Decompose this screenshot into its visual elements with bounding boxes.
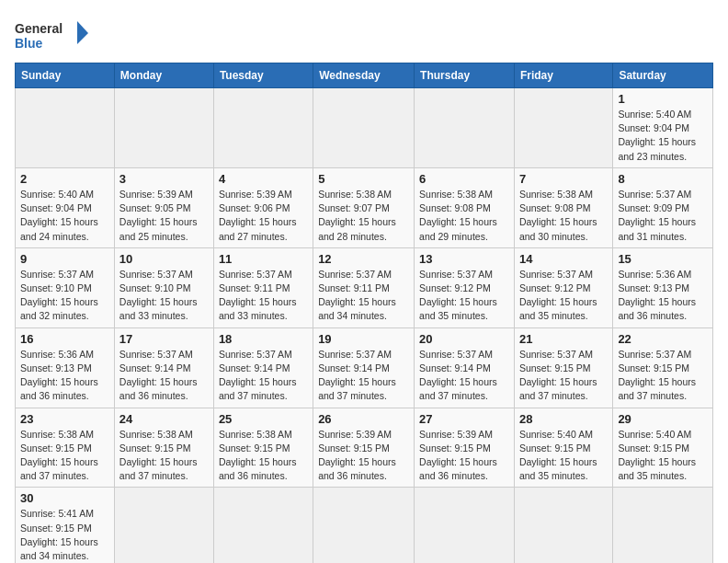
week-row-2: 2Sunrise: 5:40 AM Sunset: 9:04 PM Daylig…: [16, 167, 713, 247]
calendar-cell: 20Sunrise: 5:37 AM Sunset: 9:14 PM Dayli…: [415, 327, 515, 408]
day-number: 10: [119, 252, 209, 266]
day-number: 5: [318, 172, 409, 186]
calendar-cell: 6Sunrise: 5:38 AM Sunset: 9:08 PM Daylig…: [415, 167, 515, 247]
calendar-cell: [213, 88, 313, 168]
day-number: 26: [318, 412, 409, 426]
day-info: Sunrise: 5:37 AM Sunset: 9:10 PM Dayligh…: [119, 268, 209, 324]
day-number: 20: [419, 332, 509, 346]
calendar-cell: [613, 488, 713, 563]
day-number: 3: [119, 172, 209, 186]
week-row-1: 1Sunrise: 5:40 AM Sunset: 9:04 PM Daylig…: [16, 88, 713, 168]
day-info: Sunrise: 5:36 AM Sunset: 9:13 PM Dayligh…: [618, 268, 708, 324]
calendar-cell: 11Sunrise: 5:37 AM Sunset: 9:11 PM Dayli…: [213, 247, 313, 327]
calendar-cell: [514, 88, 612, 168]
day-info: Sunrise: 5:37 AM Sunset: 9:10 PM Dayligh…: [20, 268, 109, 324]
day-number: 21: [519, 332, 608, 346]
day-info: Sunrise: 5:38 AM Sunset: 9:08 PM Dayligh…: [419, 188, 509, 244]
calendar-cell: 1Sunrise: 5:40 AM Sunset: 9:04 PM Daylig…: [613, 88, 713, 168]
day-number: 17: [119, 332, 209, 346]
calendar-cell: 21Sunrise: 5:37 AM Sunset: 9:15 PM Dayli…: [514, 327, 612, 408]
day-number: 24: [119, 412, 209, 426]
day-info: Sunrise: 5:38 AM Sunset: 9:08 PM Dayligh…: [519, 188, 608, 244]
day-info: Sunrise: 5:37 AM Sunset: 9:12 PM Dayligh…: [419, 268, 509, 324]
week-row-6: 30Sunrise: 5:41 AM Sunset: 9:15 PM Dayli…: [16, 488, 713, 563]
calendar-cell: 7Sunrise: 5:38 AM Sunset: 9:08 PM Daylig…: [514, 167, 612, 247]
calendar-cell: 24Sunrise: 5:38 AM Sunset: 9:15 PM Dayli…: [114, 408, 213, 488]
day-info: Sunrise: 5:38 AM Sunset: 9:15 PM Dayligh…: [20, 428, 109, 484]
day-info: Sunrise: 5:39 AM Sunset: 9:06 PM Dayligh…: [219, 188, 308, 244]
calendar-cell: 2Sunrise: 5:40 AM Sunset: 9:04 PM Daylig…: [16, 167, 115, 247]
calendar-cell: 19Sunrise: 5:37 AM Sunset: 9:14 PM Dayli…: [313, 327, 415, 408]
week-row-5: 23Sunrise: 5:38 AM Sunset: 9:15 PM Dayli…: [16, 408, 713, 488]
day-number: 1: [618, 92, 708, 106]
day-number: 29: [618, 412, 708, 426]
calendar-cell: [16, 88, 115, 168]
day-info: Sunrise: 5:37 AM Sunset: 9:14 PM Dayligh…: [219, 348, 308, 404]
calendar-table: SundayMondayTuesdayWednesdayThursdayFrid…: [15, 63, 713, 563]
day-info: Sunrise: 5:37 AM Sunset: 9:11 PM Dayligh…: [318, 268, 409, 324]
calendar-cell: 12Sunrise: 5:37 AM Sunset: 9:11 PM Dayli…: [313, 247, 415, 327]
calendar-cell: 28Sunrise: 5:40 AM Sunset: 9:15 PM Dayli…: [514, 408, 612, 488]
calendar-cell: 16Sunrise: 5:36 AM Sunset: 9:13 PM Dayli…: [16, 327, 115, 408]
calendar-cell: [514, 488, 612, 563]
day-info: Sunrise: 5:40 AM Sunset: 9:04 PM Dayligh…: [20, 188, 109, 244]
header-wednesday: Wednesday: [313, 63, 415, 88]
day-info: Sunrise: 5:38 AM Sunset: 9:15 PM Dayligh…: [219, 428, 308, 484]
calendar-cell: 5Sunrise: 5:38 AM Sunset: 9:07 PM Daylig…: [313, 167, 415, 247]
day-number: 16: [20, 332, 109, 346]
day-info: Sunrise: 5:40 AM Sunset: 9:04 PM Dayligh…: [618, 108, 708, 164]
header-saturday: Saturday: [613, 63, 713, 88]
calendar-cell: 9Sunrise: 5:37 AM Sunset: 9:10 PM Daylig…: [16, 247, 115, 327]
header-sunday: Sunday: [16, 63, 115, 88]
calendar-cell: 13Sunrise: 5:37 AM Sunset: 9:12 PM Dayli…: [415, 247, 515, 327]
day-number: 22: [618, 332, 708, 346]
calendar-cell: 10Sunrise: 5:37 AM Sunset: 9:10 PM Dayli…: [114, 247, 213, 327]
calendar-cell: [415, 488, 515, 563]
day-number: 25: [219, 412, 308, 426]
day-info: Sunrise: 5:40 AM Sunset: 9:15 PM Dayligh…: [519, 428, 608, 484]
calendar-cell: [313, 488, 415, 563]
calendar-cell: 26Sunrise: 5:39 AM Sunset: 9:15 PM Dayli…: [313, 408, 415, 488]
logo: General Blue: [15, 17, 88, 57]
day-info: Sunrise: 5:37 AM Sunset: 9:14 PM Dayligh…: [318, 348, 409, 404]
day-number: 14: [519, 252, 608, 266]
day-info: Sunrise: 5:37 AM Sunset: 9:14 PM Dayligh…: [119, 348, 209, 404]
calendar-cell: 4Sunrise: 5:39 AM Sunset: 9:06 PM Daylig…: [213, 167, 313, 247]
day-info: Sunrise: 5:37 AM Sunset: 9:14 PM Dayligh…: [419, 348, 509, 404]
day-info: Sunrise: 5:37 AM Sunset: 9:09 PM Dayligh…: [618, 188, 708, 244]
day-info: Sunrise: 5:37 AM Sunset: 9:12 PM Dayligh…: [519, 268, 608, 324]
calendar-cell: 27Sunrise: 5:39 AM Sunset: 9:15 PM Dayli…: [415, 408, 515, 488]
header-friday: Friday: [514, 63, 612, 88]
logo-svg: General Blue: [15, 17, 88, 57]
day-info: Sunrise: 5:40 AM Sunset: 9:15 PM Dayligh…: [618, 428, 708, 484]
day-number: 15: [618, 252, 708, 266]
day-number: 11: [219, 252, 308, 266]
day-number: 23: [20, 412, 109, 426]
day-info: Sunrise: 5:38 AM Sunset: 9:15 PM Dayligh…: [119, 428, 209, 484]
day-number: 30: [20, 491, 109, 505]
calendar-cell: [114, 88, 213, 168]
svg-marker-2: [77, 21, 88, 44]
day-number: 28: [519, 412, 608, 426]
header-thursday: Thursday: [415, 63, 515, 88]
week-row-3: 9Sunrise: 5:37 AM Sunset: 9:10 PM Daylig…: [16, 247, 713, 327]
page-header: General Blue: [15, 9, 713, 57]
day-number: 4: [219, 172, 308, 186]
day-info: Sunrise: 5:37 AM Sunset: 9:11 PM Dayligh…: [219, 268, 308, 324]
day-info: Sunrise: 5:38 AM Sunset: 9:07 PM Dayligh…: [318, 188, 409, 244]
week-row-4: 16Sunrise: 5:36 AM Sunset: 9:13 PM Dayli…: [16, 327, 713, 408]
calendar-cell: 29Sunrise: 5:40 AM Sunset: 9:15 PM Dayli…: [613, 408, 713, 488]
calendar-cell: 23Sunrise: 5:38 AM Sunset: 9:15 PM Dayli…: [16, 408, 115, 488]
calendar-cell: 14Sunrise: 5:37 AM Sunset: 9:12 PM Dayli…: [514, 247, 612, 327]
calendar-cell: [213, 488, 313, 563]
day-number: 2: [20, 172, 109, 186]
calendar-cell: [114, 488, 213, 563]
day-info: Sunrise: 5:41 AM Sunset: 9:15 PM Dayligh…: [20, 507, 109, 563]
day-number: 18: [219, 332, 308, 346]
calendar-cell: [415, 88, 515, 168]
day-info: Sunrise: 5:39 AM Sunset: 9:05 PM Dayligh…: [119, 188, 209, 244]
day-number: 13: [419, 252, 509, 266]
svg-text:General: General: [15, 21, 63, 36]
calendar-cell: [313, 88, 415, 168]
day-number: 6: [419, 172, 509, 186]
